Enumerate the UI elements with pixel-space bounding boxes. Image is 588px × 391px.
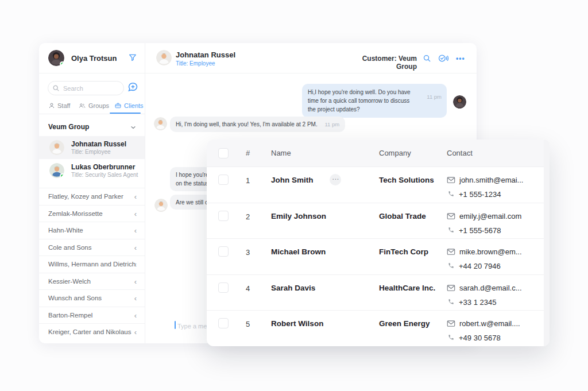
tab-staff-label: Staff (57, 102, 70, 109)
message-text: Hi, I'm doing well, thank you! Yes, I'm … (176, 121, 318, 127)
table-row[interactable]: 1 John Smith ⋯ Tech Solutions john.smith… (207, 167, 550, 203)
row-checkbox[interactable] (218, 318, 229, 328)
col-contact: Contact (447, 149, 473, 157)
contact-email: john.smith@emai... (459, 176, 523, 184)
table-row[interactable]: 5 Robert Wilson Green Energy robert.w@em… (207, 310, 550, 346)
message-bubble-outgoing: Hi,I hope you're doing well. Do you have… (302, 84, 447, 118)
contact-phone: +44 20 7946 (459, 262, 501, 270)
chat-search-icon[interactable] (423, 54, 431, 63)
message-time: 11 pm (325, 121, 340, 127)
table-row[interactable]: 4 Sarah Davis HealthCare Inc. sarah.d@em… (207, 274, 550, 311)
company-name: Zemlak-Morissette (48, 210, 103, 217)
search-icon (52, 84, 60, 92)
new-chat-icon[interactable] (127, 81, 139, 93)
row-number: 4 (246, 284, 250, 293)
row-menu-icon[interactable]: ⋯ (330, 174, 341, 185)
company-item[interactable]: Wunsch and Sons‹ (39, 289, 145, 307)
status-dot (60, 173, 64, 178)
member-name: Lukas Oberbrunner (71, 163, 135, 171)
contact-name: Michael Brown (271, 247, 326, 256)
company-name: Hahn-White (48, 227, 83, 234)
company-item[interactable]: Willms, Hermann and Dietrich‹ (39, 255, 145, 273)
company-name: Kreiger, Carter and Nikolaus (48, 328, 131, 335)
contact-name: Sarah Davis (271, 284, 315, 292)
company-name: Wunsch and Sons (48, 295, 102, 301)
tab-clients[interactable]: Clients (114, 102, 144, 109)
active-tab-underline (110, 113, 141, 114)
chevron-left-icon: ‹ (134, 277, 137, 286)
contact-email: emily.j@email.com (459, 212, 521, 220)
more-options-icon[interactable]: ••• (456, 55, 465, 63)
row-number: 2 (246, 212, 250, 221)
chat-peer-name: Johnatan Russel (176, 51, 235, 59)
company-name: Barton-Rempel (48, 312, 92, 319)
company-item[interactable]: Hahn-White‹ (39, 222, 145, 239)
contact-company: HealthCare Inc. (379, 284, 435, 292)
person-icon (48, 102, 55, 109)
company-item[interactable]: Zemlak-Morissette‹ (39, 205, 145, 222)
avatar (156, 50, 172, 65)
email-icon (447, 176, 455, 184)
company-item[interactable]: Flatley, Kozey and Parker‹ (39, 188, 145, 205)
member-title: Title: Employee (71, 149, 111, 155)
avatar (49, 140, 64, 155)
contact-phone: +49 30 5678 (459, 334, 501, 342)
member-item-lukas[interactable]: Lukas Oberbrunner Title: Security Sales … (39, 159, 145, 182)
row-checkbox[interactable] (218, 246, 229, 257)
email-icon (447, 248, 455, 255)
company-item[interactable]: Kreiger, Carter and Nikolaus‹ (39, 323, 145, 340)
filter-icon[interactable] (128, 53, 137, 62)
table-row[interactable]: 2 Emily Johnson Global Trade emily.j@ema… (207, 203, 550, 239)
chevron-left-icon: ‹ (134, 226, 137, 235)
phone-icon (448, 334, 454, 340)
tab-groups[interactable]: Groups (78, 102, 109, 109)
chat-peer-title: Title: Employee (176, 60, 215, 67)
chevron-left-icon: ‹ (134, 311, 137, 320)
briefcase-icon (114, 102, 122, 109)
col-company: Company (379, 149, 411, 157)
contact-phone: +1 555-5678 (459, 226, 501, 235)
row-number: 5 (246, 320, 250, 328)
col-name: Name (271, 149, 291, 157)
contact-company: Green Energy (379, 319, 430, 328)
company-item[interactable]: Barton-Rempel‹ (39, 307, 145, 324)
email-icon (447, 284, 455, 292)
chevron-left-icon: ‹ (134, 294, 137, 303)
avatar (49, 163, 64, 178)
table-header: # Name Company Contact (207, 140, 550, 167)
select-all-checkbox[interactable] (218, 148, 229, 158)
customer-label: Customer: Veum Group (349, 55, 417, 71)
contact-phone: +1 555-1234 (459, 190, 501, 199)
email-icon (447, 212, 455, 220)
chevron-left-icon: ‹ (134, 210, 137, 218)
company-item[interactable]: Kessier-Welch‹ (39, 273, 145, 290)
row-number: 3 (246, 248, 250, 257)
contact-name: Robert Wilson (271, 319, 323, 328)
contact-email: robert.w@email.... (459, 319, 520, 328)
tab-clients-label: Clients (124, 102, 144, 109)
col-num: # (246, 149, 250, 157)
phone-icon (448, 262, 454, 269)
row-checkbox[interactable] (218, 211, 229, 221)
contacts-table: # Name Company Contact 1 John Smith ⋯ Te… (207, 140, 550, 346)
company-item[interactable]: Cole and Sons‹ (39, 239, 145, 256)
mark-read-icon[interactable] (438, 53, 449, 63)
phone-icon (448, 191, 454, 197)
member-item-johnatan[interactable]: Johnatan Russel Title: Employee (39, 136, 145, 159)
chevron-down-icon[interactable] (130, 124, 137, 131)
company-name: Kessier-Welch (48, 278, 91, 285)
contact-name: Emily Johnson (271, 212, 326, 220)
table-scrollbar[interactable] (544, 140, 550, 346)
table-row[interactable]: 3 Michael Brown FinTech Corp mike.brown@… (207, 238, 550, 274)
company-name: Willms, Hermann and Dietrich (48, 261, 136, 268)
chevron-left-icon: ‹ (134, 260, 137, 269)
text-cursor (175, 321, 176, 329)
message-text: Hi,I hope you're doing well. Do you have… (308, 89, 411, 113)
member-name: Johnatan Russel (71, 140, 126, 148)
message-bubble-incoming: Hi, I'm doing well, thank you! Yes, I'm … (170, 117, 345, 132)
company-name: Cole and Sons (48, 244, 91, 251)
tab-staff[interactable]: Staff (48, 102, 70, 109)
row-checkbox[interactable] (218, 282, 229, 293)
sidebar-divider (145, 43, 145, 343)
row-checkbox[interactable] (218, 175, 229, 185)
